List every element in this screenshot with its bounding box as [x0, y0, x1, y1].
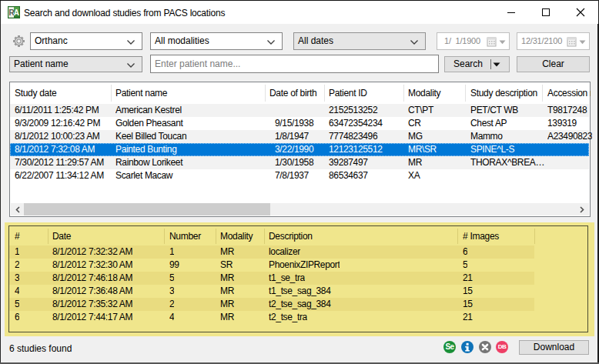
- svg-text:A: A: [14, 8, 19, 17]
